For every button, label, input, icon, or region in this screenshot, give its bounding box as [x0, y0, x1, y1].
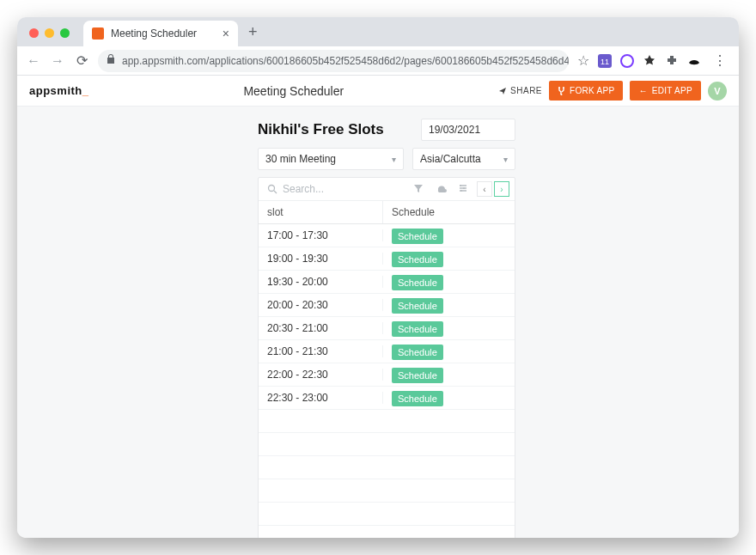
bookmark-star-icon[interactable]: ☆: [577, 52, 589, 69]
maximize-window-button[interactable]: [60, 28, 70, 38]
share-icon: [498, 87, 507, 95]
svg-point-2: [621, 55, 633, 67]
fork-label: FORK APP: [570, 86, 614, 95]
cell-schedule: Schedule: [383, 367, 515, 383]
app-title: Meeting Scheduler: [98, 84, 491, 98]
cell-slot: 22:30 - 23:00: [259, 392, 383, 404]
table-row-empty: [259, 479, 515, 503]
back-button[interactable]: ←: [26, 53, 41, 69]
cell-schedule: Schedule: [383, 390, 515, 406]
chevron-down-icon: ▾: [392, 155, 396, 164]
extension-icon-5[interactable]: [687, 54, 701, 68]
cell-schedule: Schedule: [383, 228, 515, 244]
share-button[interactable]: SHARE: [498, 86, 542, 95]
table-search[interactable]: Search...: [264, 183, 405, 195]
avatar[interactable]: V: [708, 82, 727, 101]
browser-toolbar: ← → ⟳ app.appsmith.com/applications/6001…: [17, 46, 739, 76]
extension-icon-2[interactable]: [620, 54, 634, 68]
schedule-button[interactable]: Schedule: [392, 321, 443, 337]
edit-label: EDIT APP: [652, 86, 692, 95]
meeting-type-value: 30 min Meeting: [265, 153, 336, 165]
schedule-button[interactable]: Schedule: [392, 391, 443, 406]
timezone-select[interactable]: Asia/Calcutta ▾: [412, 148, 515, 170]
page-title: Nikhil's Free Slots: [258, 121, 412, 138]
svg-point-3: [558, 87, 560, 88]
browser-tab[interactable]: Meeting Scheduler ×: [83, 21, 238, 46]
table-row: 20:00 - 20:30Schedule: [259, 294, 515, 317]
settings-icon[interactable]: [454, 181, 472, 197]
date-input[interactable]: 19/03/2021: [421, 119, 515, 141]
brand-logo[interactable]: appsmith_: [29, 84, 89, 97]
svg-point-6: [269, 186, 275, 192]
table-toolbar: Search... ‹ ›: [259, 178, 515, 201]
schedule-button[interactable]: Schedule: [392, 275, 443, 290]
app-header: appsmith_ Meeting Scheduler SHARE FORK A…: [17, 76, 739, 107]
pager: ‹ ›: [477, 181, 509, 197]
cell-slot: 17:00 - 17:30: [259, 229, 383, 241]
table-row: 19:00 - 19:30Schedule: [259, 247, 515, 271]
cell-slot: 21:00 - 21:30: [259, 345, 383, 357]
pager-next-button[interactable]: ›: [494, 181, 509, 197]
svg-point-5: [561, 94, 563, 95]
url-text: app.appsmith.com/applications/600186605b…: [122, 55, 569, 67]
svg-point-9: [463, 187, 465, 189]
cell-schedule: Schedule: [383, 344, 515, 360]
filter-icon[interactable]: [410, 181, 427, 197]
table-row: 17:00 - 17:30Schedule: [259, 224, 515, 247]
fork-icon: [558, 87, 565, 95]
cell-slot: 19:30 - 20:00: [259, 276, 383, 288]
table-row: 19:30 - 20:00Schedule: [259, 271, 515, 294]
close-window-button[interactable]: [29, 28, 39, 38]
close-tab-icon[interactable]: ×: [223, 27, 229, 40]
lock-icon: [107, 54, 115, 67]
schedule-button[interactable]: Schedule: [392, 368, 443, 383]
content-area: Nikhil's Free Slots 19/03/2021 30 min Me…: [258, 119, 515, 538]
table-row: 21:00 - 21:30Schedule: [259, 340, 515, 363]
address-bar[interactable]: app.appsmith.com/applications/600186605b…: [98, 50, 569, 72]
favicon-icon: [92, 27, 104, 40]
titlebar: Meeting Scheduler × +: [17, 17, 739, 46]
table-row: 22:00 - 22:30Schedule: [259, 363, 515, 387]
minimize-window-button[interactable]: [45, 28, 54, 38]
schedule-button[interactable]: Schedule: [392, 345, 443, 360]
table-row-empty: [259, 526, 515, 538]
schedule-button[interactable]: Schedule: [392, 298, 443, 314]
schedule-button[interactable]: Schedule: [392, 252, 443, 267]
schedule-button[interactable]: Schedule: [392, 229, 443, 244]
extension-icons: 11: [598, 54, 701, 68]
forward-button[interactable]: →: [50, 53, 65, 69]
table-row: 20:30 - 21:00Schedule: [259, 317, 515, 340]
edit-app-button[interactable]: ← EDIT APP: [630, 81, 701, 101]
download-icon[interactable]: [432, 181, 449, 197]
timezone-value: Asia/Calcutta: [420, 153, 481, 165]
reload-button[interactable]: ⟳: [74, 52, 89, 69]
svg-point-10: [460, 190, 462, 192]
extension-icon-4[interactable]: [665, 54, 679, 68]
share-label: SHARE: [510, 86, 542, 95]
th-schedule: Schedule: [383, 201, 515, 223]
browser-menu-button[interactable]: ⋮: [710, 52, 730, 69]
meeting-type-select[interactable]: 30 min Meeting ▾: [258, 148, 404, 170]
svg-point-4: [563, 87, 564, 88]
app-canvas: Nikhil's Free Slots 19/03/2021 30 min Me…: [17, 107, 739, 538]
new-tab-button[interactable]: +: [248, 23, 258, 41]
fork-app-button[interactable]: FORK APP: [549, 81, 623, 101]
table-row-empty: [259, 433, 515, 456]
extension-icon-3[interactable]: [643, 54, 656, 68]
browser-window: Meeting Scheduler × + ← → ⟳ app.appsmith…: [17, 17, 739, 538]
cell-slot: 20:30 - 21:00: [259, 322, 383, 334]
svg-point-8: [460, 185, 461, 186]
slots-table: Search... ‹ ›: [258, 177, 515, 538]
chevron-down-icon: ▾: [503, 155, 508, 164]
pager-prev-button[interactable]: ‹: [477, 181, 492, 197]
extension-icon-1[interactable]: 11: [598, 54, 612, 68]
cell-slot: 22:00 - 22:30: [259, 369, 383, 381]
cell-slot: 19:00 - 19:30: [259, 253, 383, 265]
cell-schedule: Schedule: [383, 297, 515, 314]
table-head: slot Schedule: [259, 201, 515, 224]
window-controls: [29, 28, 70, 38]
th-slot: slot: [259, 201, 383, 223]
svg-line-7: [274, 191, 277, 193]
table-row-empty: [259, 410, 515, 433]
cell-slot: 20:00 - 20:30: [259, 299, 383, 311]
